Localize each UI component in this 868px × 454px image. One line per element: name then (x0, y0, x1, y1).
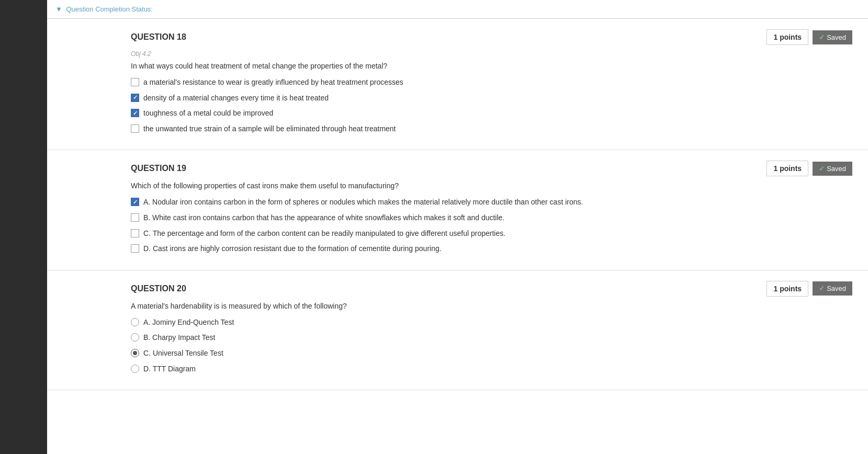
question-18-option-d[interactable]: the unwanted true strain of a sample wil… (131, 124, 852, 134)
question-20-option-b[interactable]: B. Charpy Impact Test (131, 333, 852, 343)
q19c-checkbox[interactable] (131, 229, 139, 237)
question-20-saved-badge: ✓ Saved (813, 281, 852, 296)
q20d-label: D. TTT Diagram (143, 364, 196, 374)
q20a-label: A. Jominy End-Quench Test (143, 317, 234, 328)
question-20-points-saved: 1 points ✓ Saved (766, 281, 852, 297)
saved-check-icon-19: ✓ (819, 165, 825, 173)
question-20-option-a[interactable]: A. Jominy End-Quench Test (131, 317, 852, 328)
q20d-radio[interactable] (131, 365, 139, 373)
question-18-saved-badge: ✓ Saved (813, 30, 852, 44)
question-19-points: 1 points (766, 161, 808, 176)
question-18-obj: Obj 4.2 (131, 50, 852, 58)
question-20-block: QUESTION 20 1 points ✓ Saved A material'… (47, 270, 868, 390)
question-19-header: QUESTION 19 1 points ✓ Saved (131, 161, 852, 176)
q19a-checkbox[interactable] (131, 198, 139, 206)
question-18-points: 1 points (766, 29, 808, 45)
question-18-saved-label: Saved (827, 33, 846, 41)
question-19-points-saved: 1 points ✓ Saved (766, 161, 852, 176)
q18d-checkbox[interactable] (131, 124, 139, 133)
question-19-block: QUESTION 19 1 points ✓ Saved Which of th… (47, 150, 868, 270)
q18b-checkbox[interactable] (131, 94, 139, 102)
question-19-option-b[interactable]: B. White cast iron contains carbon that … (131, 213, 852, 223)
completion-arrow-icon: ▼ (55, 5, 62, 13)
question-19-option-c[interactable]: C. The percentage and form of the carbon… (131, 229, 852, 239)
q19a-label: A. Nodular iron contains carbon in the f… (143, 197, 583, 208)
question-19-text: Which of the following properties of cas… (131, 181, 852, 190)
question-18-text: In what ways could heat treatment of met… (131, 62, 852, 70)
question-20-points: 1 points (766, 281, 808, 297)
question-18-option-b[interactable]: density of a material changes every time… (131, 93, 852, 104)
saved-check-icon: ✓ (819, 33, 825, 41)
q18b-label: density of a material changes every time… (143, 93, 329, 104)
question-20-text: A material's hardenability is is measure… (131, 302, 852, 310)
q20a-radio[interactable] (131, 318, 139, 326)
main-content: ▼ Question Completion Status: QUESTION 1… (47, 0, 868, 454)
q18a-label: a material's resistance to wear is great… (143, 77, 403, 88)
q19d-checkbox[interactable] (131, 244, 139, 253)
completion-status-label: Question Completion Status: (66, 5, 153, 13)
question-18-option-a[interactable]: a material's resistance to wear is great… (131, 77, 852, 88)
question-20-title: QUESTION 20 (131, 284, 186, 293)
q20b-radio[interactable] (131, 333, 139, 342)
q18c-label: toughness of a metal could be improved (143, 108, 273, 119)
question-20-option-c[interactable]: C. Universal Tensile Test (131, 348, 852, 359)
question-20-option-d[interactable]: D. TTT Diagram (131, 364, 852, 374)
q18a-checkbox[interactable] (131, 78, 139, 86)
question-20-header: QUESTION 20 1 points ✓ Saved (131, 281, 852, 297)
q19b-label: B. White cast iron contains carbon that … (143, 213, 504, 223)
q18d-label: the unwanted true strain of a sample wil… (143, 124, 396, 134)
question-18-option-c[interactable]: toughness of a metal could be improved (131, 108, 852, 119)
q19d-label: D. Cast irons are highly corrosion resis… (143, 244, 442, 254)
q20c-radio[interactable] (131, 349, 139, 357)
q20c-label: C. Universal Tensile Test (143, 348, 223, 359)
q19b-checkbox[interactable] (131, 213, 139, 222)
question-18-points-saved: 1 points ✓ Saved (766, 29, 852, 45)
q19c-label: C. The percentage and form of the carbon… (143, 229, 505, 239)
q18c-checkbox[interactable] (131, 109, 139, 117)
question-20-saved-label: Saved (827, 285, 846, 292)
question-19-title: QUESTION 19 (131, 164, 186, 173)
sidebar (0, 0, 47, 454)
question-19-option-d[interactable]: D. Cast irons are highly corrosion resis… (131, 244, 852, 254)
question-18-block: QUESTION 18 1 points ✓ Saved Obj 4.2 In … (47, 19, 868, 150)
saved-check-icon-20: ✓ (819, 285, 825, 292)
question-19-saved-badge: ✓ Saved (813, 162, 852, 176)
completion-status-bar[interactable]: ▼ Question Completion Status: (47, 0, 868, 19)
question-18-header: QUESTION 18 1 points ✓ Saved (131, 29, 852, 45)
question-18-title: QUESTION 18 (131, 32, 186, 42)
q20b-label: B. Charpy Impact Test (143, 333, 215, 343)
question-19-saved-label: Saved (827, 165, 846, 173)
question-19-option-a[interactable]: A. Nodular iron contains carbon in the f… (131, 197, 852, 208)
